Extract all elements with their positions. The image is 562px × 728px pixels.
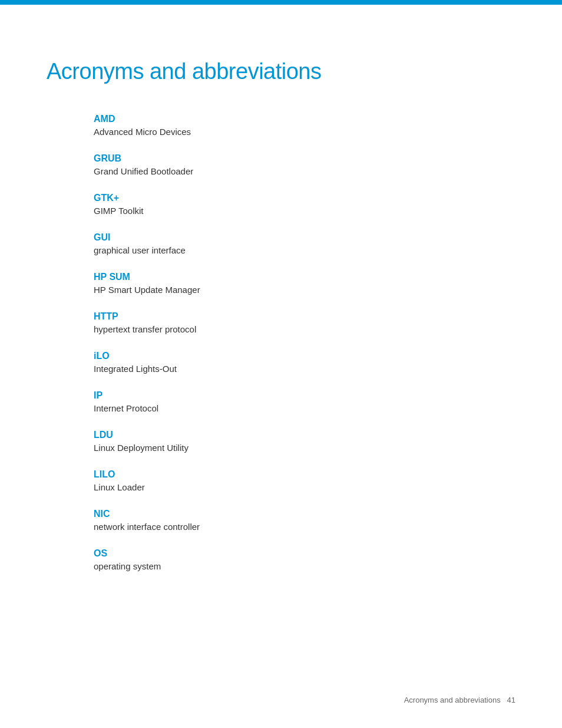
acronym-term: iLO (94, 351, 515, 361)
acronym-definition: Linux Deployment Utility (94, 443, 515, 453)
acronym-definition: Internet Protocol (94, 403, 515, 413)
acronym-term: NIC (94, 509, 515, 519)
acronym-definition: Advanced Micro Devices (94, 127, 515, 137)
list-item: GTK+GIMP Toolkit (94, 193, 515, 216)
acronym-term: LILO (94, 469, 515, 480)
acronym-term: HTTP (94, 311, 515, 322)
acronym-definition: Integrated Lights-Out (94, 364, 515, 374)
acronym-definition: network interface controller (94, 522, 515, 532)
list-item: HTTPhypertext transfer protocol (94, 311, 515, 334)
footer-page-number: 41 (507, 696, 515, 704)
acronym-definition: hypertext transfer protocol (94, 324, 515, 334)
acronym-term: GTK+ (94, 193, 515, 203)
acronym-definition: Grand Unified Bootloader (94, 166, 515, 176)
footer-section-label: Acronyms and abbreviations (404, 696, 501, 704)
acronym-definition: GIMP Toolkit (94, 206, 515, 216)
top-border-thin (0, 4, 562, 5)
acronym-list: AMDAdvanced Micro DevicesGRUBGrand Unifi… (94, 114, 515, 571)
acronym-term: IP (94, 390, 515, 401)
page-container: Acronyms and abbreviations AMDAdvanced M… (0, 0, 562, 728)
acronym-definition: operating system (94, 561, 515, 571)
acronym-term: GUI (94, 232, 515, 243)
list-item: GRUBGrand Unified Bootloader (94, 153, 515, 176)
acronym-definition: HP Smart Update Manager (94, 285, 515, 295)
acronym-term: AMD (94, 114, 515, 124)
list-item: GUIgraphical user interface (94, 232, 515, 255)
acronym-term: HP SUM (94, 272, 515, 282)
acronym-term: GRUB (94, 153, 515, 164)
acronym-definition: graphical user interface (94, 245, 515, 255)
acronym-term: LDU (94, 430, 515, 440)
list-item: HP SUMHP Smart Update Manager (94, 272, 515, 295)
page-title: Acronyms and abbreviations (47, 59, 515, 84)
list-item: AMDAdvanced Micro Devices (94, 114, 515, 137)
list-item: LILOLinux Loader (94, 469, 515, 492)
list-item: OSoperating system (94, 548, 515, 571)
page-footer: Acronyms and abbreviations 41 (404, 696, 515, 704)
list-item: IPInternet Protocol (94, 390, 515, 413)
list-item: LDULinux Deployment Utility (94, 430, 515, 453)
acronym-definition: Linux Loader (94, 482, 515, 492)
list-item: iLOIntegrated Lights-Out (94, 351, 515, 374)
acronym-term: OS (94, 548, 515, 559)
list-item: NICnetwork interface controller (94, 509, 515, 532)
